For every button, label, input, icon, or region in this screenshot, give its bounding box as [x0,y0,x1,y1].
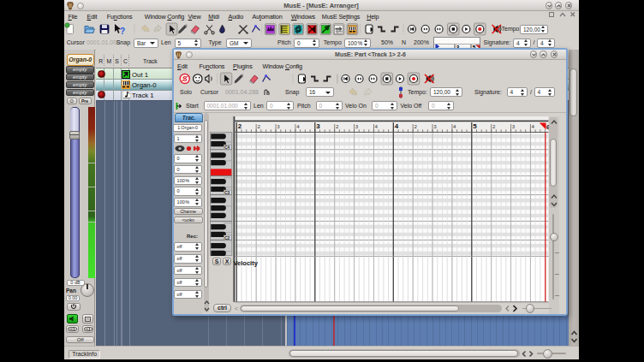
svg-text:2: 2 [257,123,260,129]
svg-text:3: 3 [316,122,320,130]
svg-text:2: 2 [238,122,242,130]
svg-text:C3: C3 [224,191,230,195]
svg-text:4: 4 [532,123,535,129]
svg-text:2: 2 [492,123,496,129]
svg-text:C4: C4 [224,145,230,150]
svg-text:?: ? [120,27,125,36]
svg-text:4: 4 [453,123,456,129]
svg-text:C2: C2 [224,236,230,240]
svg-text:2: 2 [336,123,339,129]
svg-text:5: 5 [473,122,477,130]
svg-text:3: 3 [433,123,437,129]
svg-text:3: 3 [277,123,280,129]
svg-text:4: 4 [395,122,399,130]
svg-text:4: 4 [296,123,300,129]
svg-text:3: 3 [512,123,516,129]
svg-text:3: 3 [355,123,359,129]
svg-text:4: 4 [375,123,379,129]
svg-text:2: 2 [414,123,417,129]
